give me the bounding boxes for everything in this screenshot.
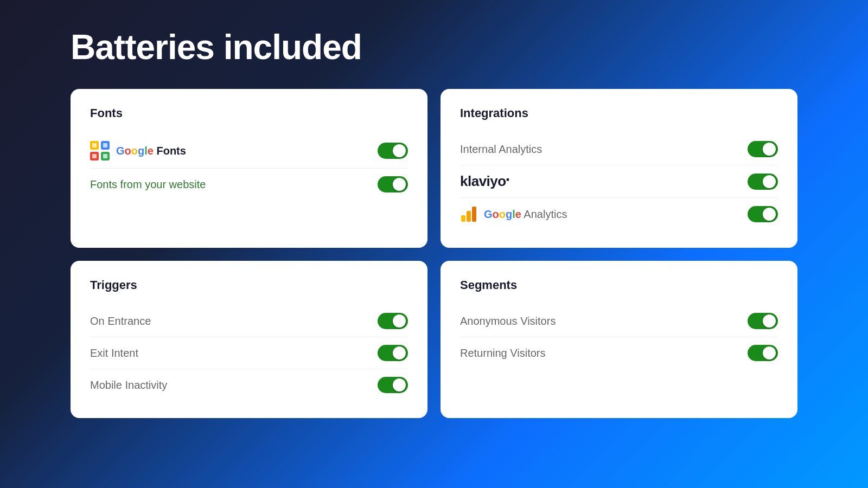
svg-rect-5 bbox=[103, 143, 107, 147]
svg-rect-8 bbox=[461, 215, 465, 222]
svg-rect-10 bbox=[472, 207, 476, 222]
anonymous-visitors-toggle[interactable] bbox=[748, 313, 778, 329]
google-analytics-label: Google Analytics bbox=[460, 206, 567, 223]
card-triggers-title: Triggers bbox=[90, 278, 408, 292]
fonts-website-label: Fonts from your website bbox=[90, 178, 206, 191]
exit-intent-toggle[interactable] bbox=[378, 345, 408, 361]
google-fonts-toggle[interactable] bbox=[378, 143, 408, 159]
on-entrance-toggle[interactable] bbox=[378, 313, 408, 329]
card-integrations-title: Integrations bbox=[460, 106, 778, 120]
on-entrance-label: On Entrance bbox=[90, 315, 151, 328]
list-item: Returning Visitors bbox=[460, 337, 778, 369]
svg-rect-9 bbox=[467, 211, 471, 222]
google-fonts-label: Google Fonts bbox=[90, 141, 186, 160]
google-analytics-icon bbox=[460, 206, 477, 223]
list-item: Fonts from your website bbox=[90, 169, 408, 200]
cards-container: Fonts bbox=[0, 67, 868, 418]
google-analytics-text: Google Analytics bbox=[484, 208, 567, 221]
returning-visitors-toggle[interactable] bbox=[748, 345, 778, 361]
klaviyo-label: klaviyo▪ bbox=[460, 173, 509, 190]
internal-analytics-label: Internal Analytics bbox=[460, 143, 542, 156]
list-item: Anonymous Visitors bbox=[460, 305, 778, 337]
card-triggers: Triggers On Entrance Exit Intent Mobile … bbox=[71, 261, 427, 418]
google-fonts-icon bbox=[90, 141, 110, 160]
mobile-inactivity-toggle[interactable] bbox=[378, 377, 408, 393]
list-item: Mobile Inactivity bbox=[90, 369, 408, 401]
svg-rect-4 bbox=[92, 143, 97, 147]
svg-rect-6 bbox=[92, 154, 97, 158]
list-item: Google Fonts bbox=[90, 133, 408, 169]
card-integrations: Integrations Internal Analytics klaviyo▪ bbox=[441, 89, 797, 248]
anonymous-visitors-label: Anonymous Visitors bbox=[460, 315, 556, 328]
svg-rect-7 bbox=[103, 154, 107, 158]
klaviyo-logo-text: klaviyo▪ bbox=[460, 173, 509, 190]
mobile-inactivity-label: Mobile Inactivity bbox=[90, 379, 167, 391]
exit-intent-label: Exit Intent bbox=[90, 347, 138, 359]
card-fonts: Fonts bbox=[71, 89, 427, 248]
klaviyo-toggle[interactable] bbox=[748, 174, 778, 190]
list-item: Exit Intent bbox=[90, 337, 408, 369]
google-analytics-toggle[interactable] bbox=[748, 206, 778, 222]
card-segments-title: Segments bbox=[460, 278, 778, 292]
list-item: On Entrance bbox=[90, 305, 408, 337]
google-fonts-text: Google Fonts bbox=[116, 145, 186, 157]
returning-visitors-label: Returning Visitors bbox=[460, 347, 545, 359]
card-fonts-title: Fonts bbox=[90, 106, 408, 120]
internal-analytics-toggle[interactable] bbox=[748, 141, 778, 157]
page-title: Batteries included bbox=[0, 0, 868, 67]
list-item: Google Analytics bbox=[460, 198, 778, 230]
list-item: klaviyo▪ bbox=[460, 165, 778, 198]
card-segments: Segments Anonymous Visitors Returning Vi… bbox=[441, 261, 797, 418]
list-item: Internal Analytics bbox=[460, 133, 778, 165]
fonts-website-toggle[interactable] bbox=[378, 176, 408, 192]
